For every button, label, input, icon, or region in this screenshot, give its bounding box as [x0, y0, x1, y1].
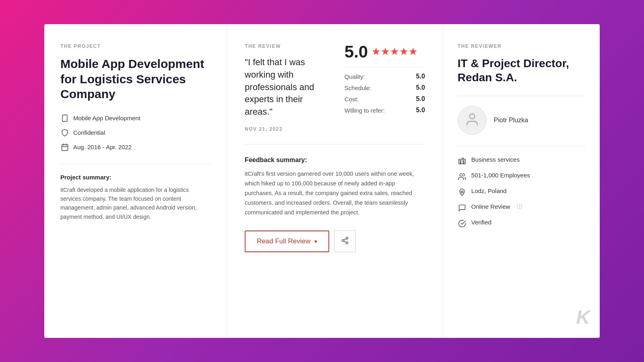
budget-label: Confidential [73, 129, 105, 136]
read-review-label: Read Full Review [257, 237, 310, 245]
score-quality: Quality: 5.0 [345, 73, 425, 80]
score-cost: Cost: 5.0 [345, 95, 425, 103]
feedback-label: Feedback summary: [245, 156, 425, 164]
chevron-down-icon: ▾ [314, 238, 317, 245]
reviewer-location: Lodz, Poland [458, 187, 585, 197]
review-header: THE REVIEW "I felt that I was working wi… [245, 43, 425, 132]
feedback-text: itCraft's first version garnered over 10… [245, 169, 425, 218]
building-icon [458, 156, 466, 165]
reviewer-size: 501-1,000 Employees [458, 172, 585, 181]
svg-line-10 [344, 239, 347, 240]
project-column: THE PROJECT Mobile App Development for L… [44, 24, 227, 338]
size-label: 501-1,000 Employees [471, 172, 530, 179]
summary-text: itCraft developed a mobile application f… [60, 185, 211, 222]
svg-point-11 [470, 114, 475, 119]
meta-date: Aug. 2016 - Apr. 2022 [60, 143, 211, 152]
reviewer-title: IT & Project Director, Redan S.A. [458, 56, 585, 84]
svg-rect-17 [463, 162, 464, 164]
avatar [458, 106, 487, 135]
action-buttons: Read Full Review ▾ [245, 230, 425, 252]
rating-number: 5.0 [345, 43, 368, 60]
star-1: ★ [372, 47, 380, 56]
review-column: THE REVIEW "I felt that I was working wi… [227, 24, 443, 338]
cost-value: 5.0 [416, 95, 425, 103]
watermark: K [576, 306, 590, 328]
score-schedule: Schedule: 5.0 [345, 84, 425, 91]
star-3: ★ [390, 47, 398, 56]
svg-rect-12 [459, 159, 466, 164]
reviewer-meta: Business services 501-1,000 Employees [458, 156, 585, 228]
reviewer-divider [458, 96, 585, 96]
reviewer-divider-2 [458, 146, 585, 146]
score-divider [345, 67, 425, 67]
share-icon [341, 237, 349, 246]
review-card: THE PROJECT Mobile App Development for L… [44, 24, 600, 338]
verified-label: Verified [471, 219, 491, 226]
review-scores-section: 5.0 ★ ★ ★ ★ ★ Quality: 5.0 Schedule: [345, 43, 425, 132]
meta-budget: Confidential [60, 128, 211, 137]
project-title: Mobile App Development for Logistics Ser… [60, 56, 211, 102]
project-meta: Mobile App Development Confidential [60, 114, 211, 152]
feedback-section: Feedback summary: itCraft's first versio… [245, 144, 425, 252]
date-range-label: Aug. 2016 - Apr. 2022 [73, 144, 132, 150]
review-type-label: Online Review [471, 203, 510, 210]
review-left-section: THE REVIEW "I felt that I was working wi… [245, 43, 328, 132]
reviewer-profile: Piotr Pluzka [458, 106, 585, 135]
summary-label: Project summary: [60, 174, 211, 181]
schedule-label: Schedule: [345, 84, 372, 91]
mobile-icon [60, 114, 69, 123]
svg-rect-2 [62, 144, 68, 150]
star-5: ★ [409, 47, 417, 56]
svg-point-19 [461, 191, 463, 193]
read-full-review-button[interactable]: Read Full Review ▾ [245, 230, 329, 252]
people-icon [458, 172, 466, 181]
reviewer-industry: Business services [458, 156, 585, 165]
reviewer-verified: Verified [458, 219, 585, 228]
quality-label: Quality: [345, 73, 365, 80]
refer-value: 5.0 [416, 107, 425, 114]
star-2: ★ [381, 47, 389, 56]
service-label: Mobile App Development [73, 115, 140, 121]
svg-line-9 [344, 241, 347, 242]
svg-point-18 [460, 174, 462, 177]
reviewer-section-label: THE REVIEWER [458, 43, 585, 49]
review-quote: "I felt that I was working with professi… [245, 56, 328, 118]
svg-rect-16 [460, 162, 461, 164]
left-divider [60, 164, 211, 164]
review-section-label: THE REVIEW [245, 43, 328, 49]
svg-rect-14 [460, 160, 461, 162]
shield-icon [60, 128, 69, 137]
share-button[interactable] [334, 230, 356, 252]
reviewer-name: Piotr Pluzka [494, 117, 528, 124]
svg-rect-15 [463, 160, 464, 162]
meta-service: Mobile App Development [60, 114, 211, 123]
location-icon [458, 188, 466, 197]
score-refer: Willing to refer: 5.0 [345, 107, 425, 114]
location-label: Lodz, Poland [471, 187, 507, 194]
schedule-value: 5.0 [416, 84, 425, 91]
overall-rating: 5.0 ★ ★ ★ ★ ★ [345, 43, 425, 60]
check-circle-icon [458, 219, 466, 228]
quality-value: 5.0 [416, 73, 425, 80]
star-4: ★ [400, 47, 408, 56]
chat-icon [458, 204, 466, 212]
refer-label: Willing to refer: [345, 107, 385, 114]
calendar-icon [60, 143, 69, 152]
reviewer-column: THE REVIEWER IT & Project Director, Reda… [443, 24, 600, 338]
svg-rect-0 [62, 115, 67, 121]
question-icon: ⓘ [517, 203, 522, 210]
reviewer-review-type: Online Review ⓘ [458, 203, 585, 212]
star-rating: ★ ★ ★ ★ ★ [372, 47, 417, 56]
project-section-label: THE PROJECT [60, 43, 211, 49]
cost-label: Cost: [345, 96, 359, 103]
review-date: NOV 21, 2022 [245, 126, 328, 132]
industry-label: Business services [471, 156, 520, 163]
user-icon [464, 112, 480, 129]
